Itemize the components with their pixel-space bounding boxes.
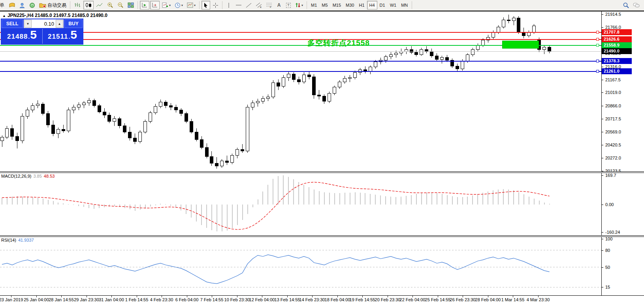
candle-body [56, 129, 60, 133]
level-handle[interactable] [596, 60, 599, 62]
candle-body [185, 113, 188, 121]
volume-increase-button[interactable]: ▲ [56, 20, 63, 28]
chart-shift-button[interactable] [150, 1, 160, 9]
macd-histogram-bar [89, 205, 89, 208]
level-line-21707.8[interactable] [0, 32, 601, 33]
candle-body [200, 140, 203, 148]
tab-mn[interactable]: MN [399, 1, 410, 9]
candlestick-icon [85, 2, 92, 8]
tab-h4[interactable]: H4 [367, 1, 377, 9]
macd-histogram-bar [437, 193, 437, 205]
level-line-21626.6[interactable] [0, 39, 601, 40]
sell-price-pip: 5 [30, 29, 37, 41]
buy-button[interactable]: BUY [64, 19, 83, 28]
chat-button[interactable] [631, 1, 642, 9]
new-order-button[interactable]: 单 [0, 1, 6, 9]
level-line-21261.0[interactable] [0, 71, 601, 72]
macd-histogram-bar [401, 197, 401, 205]
candle-body [236, 149, 239, 156]
bar-chart-button[interactable] [72, 1, 83, 9]
text-button[interactable]: A [275, 1, 283, 9]
autotrading-button[interactable]: 自动交易 [38, 1, 68, 9]
macd-tick-label: 169.7 [605, 173, 616, 178]
pane-separator-rsi[interactable] [0, 235, 644, 237]
macd-histogram-bar [493, 190, 493, 205]
rsi-tick-label: 15 [605, 285, 610, 289]
tab-m15[interactable]: M15 [330, 1, 343, 9]
fibonacci-button[interactable]: F [264, 1, 274, 9]
level-handle[interactable] [596, 38, 599, 41]
level-handle[interactable] [596, 70, 599, 73]
macd-histogram-bar [462, 197, 463, 205]
price-badge-21558.9: 21558.9 [602, 42, 632, 48]
clock-icon [175, 2, 181, 8]
macd-pane[interactable] [0, 173, 601, 236]
rsi-pane[interactable] [0, 237, 601, 295]
vertical-line-button[interactable] [224, 1, 233, 9]
candlestick-chart-button[interactable] [83, 1, 94, 9]
tab-h1[interactable]: H1 [356, 1, 367, 9]
level-line-21490.0[interactable] [0, 51, 601, 52]
tab-m30[interactable]: M30 [343, 1, 356, 9]
candle-body [231, 156, 234, 163]
annotation-text[interactable]: 多空转折点21558 [307, 38, 370, 48]
candle-body [456, 66, 459, 69]
text-label-button[interactable]: T [284, 1, 293, 9]
cursor-button[interactable] [201, 1, 210, 9]
volume-input[interactable] [32, 20, 56, 28]
periods-button[interactable]: ▾ [173, 1, 185, 9]
signals-button[interactable] [28, 1, 37, 9]
chevron-down-icon: ▾ [301, 4, 303, 7]
buy-price-dot: . [68, 34, 70, 40]
sell-price[interactable]: 21488.5 [2, 29, 43, 44]
zoom-out-button[interactable] [116, 1, 125, 9]
collapse-arrow-icon[interactable]: ▲ [2, 14, 6, 18]
price-tick-label: 21019.0 [605, 90, 621, 95]
rsi-name: RSI(14) [1, 238, 16, 242]
tile-windows-button[interactable] [126, 1, 136, 9]
sell-button[interactable]: SELL [2, 19, 23, 28]
trendline-button[interactable] [244, 1, 253, 9]
text-label-icon: T [286, 3, 291, 8]
main-chart-pane[interactable] [0, 11, 601, 172]
candle-body [47, 113, 50, 125]
channel-button[interactable]: E [254, 1, 264, 9]
buy-price[interactable]: 21511.5 [43, 29, 82, 44]
toolbar-separator [307, 1, 307, 9]
macd-histogram-bar [262, 191, 263, 205]
macd-histogram-bar [140, 205, 141, 210]
highlight-rectangle[interactable] [502, 41, 539, 48]
horizontal-line-button[interactable] [234, 1, 243, 9]
zoom-in-button[interactable] [105, 1, 115, 9]
indicator-add-icon [162, 2, 168, 8]
profile-button[interactable] [18, 1, 27, 9]
tab-d1[interactable]: D1 [377, 1, 388, 9]
tab-m5[interactable]: M5 [319, 1, 330, 9]
candle-body [313, 77, 316, 95]
tab-m1[interactable]: M1 [309, 1, 319, 9]
tab-w1[interactable]: W1 [388, 1, 399, 9]
macd-label: MACD(12,26,9)3.8548.53 [1, 174, 55, 178]
level-line-21378.3[interactable] [0, 61, 601, 62]
crosshair-button[interactable] [211, 1, 220, 9]
line-chart-button[interactable] [94, 1, 105, 9]
volume-decrease-button[interactable]: ▼ [24, 20, 32, 28]
autoscroll-button[interactable] [140, 1, 149, 9]
toolbar-separator [412, 1, 412, 9]
search-button[interactable] [621, 1, 631, 9]
candle-body [446, 58, 449, 60]
orders-book-icon[interactable] [7, 1, 17, 9]
templates-button[interactable]: ▾ [185, 1, 197, 9]
candle-body [103, 112, 106, 115]
level-handle[interactable] [596, 44, 599, 47]
arrows-button[interactable]: ▾ [294, 1, 305, 9]
trader-icon [19, 2, 25, 8]
svg-text:F: F [270, 6, 271, 8]
macd-histogram-bar [181, 205, 181, 210]
macd-histogram-bar [22, 197, 23, 205]
macd-histogram-bar [539, 201, 540, 205]
level-handle[interactable] [596, 31, 599, 34]
indicators-button[interactable]: ▾ [160, 1, 172, 9]
macd-histogram-bar [406, 196, 407, 205]
pane-separator-macd[interactable] [0, 171, 644, 173]
